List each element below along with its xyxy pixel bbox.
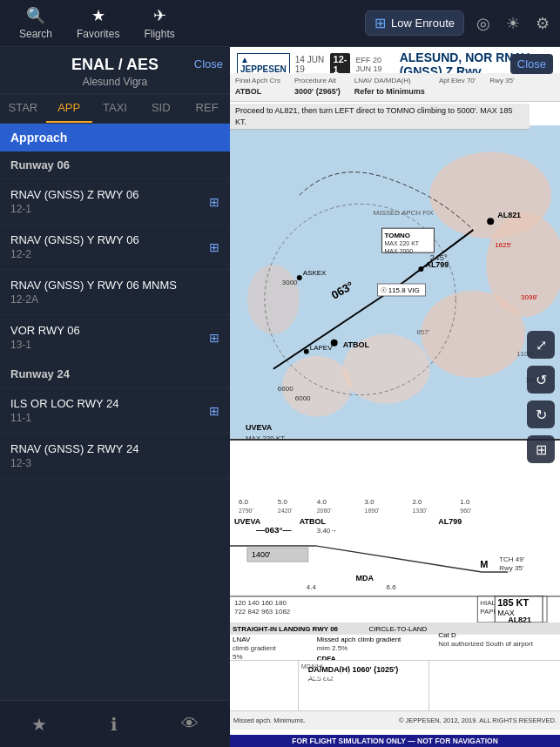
svg-text:722  842  963  1082: 722 842 963 1082 (234, 608, 291, 616)
flights-nav-item[interactable]: ✈ Flights (132, 6, 186, 40)
svg-text:6600: 6600 (278, 385, 293, 393)
svg-text:LAPEV: LAPEV (310, 344, 333, 352)
svg-text:Rwy 35': Rwy 35' (499, 564, 524, 572)
svg-text:PAPI: PAPI (480, 608, 496, 616)
layers-chart-icon[interactable]: ⊞ (527, 435, 555, 463)
rotate-icon[interactable]: ↺ (527, 366, 555, 394)
star-icon[interactable]: ★ (24, 707, 54, 742)
svg-text:6.6: 6.6 (387, 583, 397, 591)
svg-text:960': 960' (460, 508, 471, 514)
svg-text:1.0: 1.0 (460, 498, 470, 506)
svg-text:3.40→: 3.40→ (317, 527, 337, 535)
svg-text:MDA: MDA (356, 574, 374, 582)
info-icon[interactable]: ℹ (104, 707, 125, 742)
item-title: RNAV (GNSS) Y RWY 06 (10, 233, 139, 246)
svg-point-3 (421, 291, 525, 378)
tab-app[interactable]: APP (46, 94, 92, 123)
svg-text:AL799: AL799 (438, 517, 462, 526)
layers-small-icon: ⊞ (209, 404, 219, 418)
svg-text:1400': 1400' (252, 550, 271, 559)
sidebar-close-button[interactable]: Close (194, 57, 223, 71)
svg-line-59 (317, 546, 482, 572)
svg-text:MISSED APCH FIX: MISSED APCH FIX (374, 209, 435, 217)
sidebar-list: Approach Runway 06 RNAV (GNSS) Z RWY 06 … (0, 124, 230, 700)
tab-sid[interactable]: SID (138, 94, 184, 123)
svg-point-25 (418, 266, 423, 272)
refresh-icon[interactable]: ↻ (527, 400, 555, 428)
runway-06-header: Runway 06 (0, 151, 230, 179)
list-item-rnav-y-06-mnms[interactable]: RNAV (GNSS) Y RWY 06 MNMS 12-2A (0, 270, 230, 315)
svg-text:3000: 3000 (282, 279, 298, 286)
item-sub: 12-3 (10, 457, 138, 469)
chart-profile-area: 6.0 5.0 4.0 3.0 2.0 1.0 2790' 2420' 2060… (230, 439, 560, 730)
eye-icon[interactable]: 👁 (174, 707, 206, 741)
svg-text:185 KT: 185 KT (497, 597, 529, 608)
chart-map-svg: ATBOL AL821 TOMNO MAX 220 KT MAX 7000 AS… (230, 125, 560, 439)
tab-ref[interactable]: REF (184, 94, 230, 123)
list-item-ils-24[interactable]: ILS OR LOC RWY 24 11-1 ⊞ (0, 388, 230, 434)
chart-date: 14 JUN 19 (295, 55, 325, 74)
svg-text:ASKEX: ASKEX (303, 269, 327, 277)
list-item-rnav-y-06[interactable]: RNAV (GNSS) Y RWY 06 12-2 ⊞ (0, 225, 230, 270)
svg-text:5.0: 5.0 (278, 498, 288, 506)
layers-icon: ⊞ (374, 15, 386, 31)
svg-text:CIRCLE-TO-LAND: CIRCLE-TO-LAND (369, 625, 428, 633)
svg-text:MAX 220 KT: MAX 220 KT (385, 240, 420, 246)
item-sub: 12-1 (10, 203, 138, 215)
svg-text:MAX 7000: MAX 7000 (385, 248, 414, 254)
flights-label: Flights (144, 28, 174, 40)
svg-text:1690': 1690' (365, 508, 380, 514)
svg-text:UVEVA: UVEVA (246, 423, 273, 432)
favorites-label: Favorites (77, 28, 119, 40)
proc-info-bar: Final Apch CrsATBOL Procedure Alt3000' (… (230, 73, 560, 102)
nav-right: ⊞ Low Enroute ◎ ☀ ⚙ (365, 10, 553, 37)
layers-small-icon: ⊞ (209, 195, 219, 209)
svg-text:mim 2.5%: mim 2.5% (317, 644, 347, 652)
enroute-badge[interactable]: ⊞ Low Enroute (365, 10, 464, 36)
footer-right: © JEPPESEN, 2012, 2019. ALL RIGHTS RESER… (399, 717, 557, 724)
tab-star[interactable]: STAR (0, 94, 46, 123)
missed-apch-text: Proceed to AL821, then turn LEFT direct … (230, 104, 530, 130)
svg-text:climb gradient: climb gradient (233, 644, 276, 652)
svg-text:TCH 49': TCH 49' (499, 555, 524, 563)
location-icon[interactable]: ◎ (473, 10, 494, 37)
settings-icon[interactable]: ⚙ (532, 10, 553, 37)
list-item-rnav-z-24[interactable]: RNAV (GNSS) Z RWY 24 12-3 (0, 434, 230, 479)
chart-close-button[interactable]: Close (510, 54, 553, 74)
enroute-label: Low Enroute (391, 17, 455, 30)
svg-text:ATBOL: ATBOL (343, 340, 370, 349)
sidebar-tabs: STAR APP TAXI SID REF (0, 94, 230, 124)
svg-text:2420': 2420' (278, 508, 293, 514)
svg-text:M: M (480, 559, 488, 569)
tab-taxi[interactable]: TAXI (92, 94, 138, 123)
item-title: RNAV (GNSS) Y RWY 06 MNMS (10, 279, 177, 292)
approach-section-header: Approach (0, 124, 230, 151)
brightness-icon[interactable]: ☀ (503, 10, 523, 37)
item-sub: 13-1 (10, 339, 80, 351)
search-nav-item[interactable]: 🔍 Search (7, 6, 64, 40)
list-item-vor-06[interactable]: VOR RWY 06 13-1 ⊞ (0, 315, 230, 360)
chart-panel: ▲ JEPPESEN 14 JUN 19 12-1 EFF 20 JUN 19 … (230, 47, 560, 747)
favorites-nav-item[interactable]: ★ Favorites (64, 6, 132, 40)
svg-text:2790': 2790' (239, 508, 253, 514)
svg-text:857': 857' (416, 328, 429, 336)
layers-small-icon: ⊞ (209, 331, 219, 345)
svg-point-21 (304, 349, 309, 354)
svg-text:2.0: 2.0 (412, 498, 422, 506)
item-title: RNAV (GNSS) Z RWY 24 (10, 442, 138, 455)
svg-text:3.0: 3.0 (365, 498, 375, 506)
layers-small-icon: ⊞ (209, 240, 219, 254)
favorites-icon: ★ (91, 6, 105, 25)
sidebar-header: ENAL / AES Alesund Vigra Close (0, 47, 230, 94)
warning-text: FOR FLIGHT SIMULATION ONLY — NOT FOR NAV… (292, 737, 498, 745)
runway-24-header: Runway 24 (0, 360, 230, 388)
svg-point-18 (297, 275, 302, 280)
top-nav: 🔍 Search ★ Favorites ✈ Flights ⊞ Low Enr… (0, 0, 560, 47)
airport-name: Alesund Vigra (7, 76, 223, 88)
svg-text:6000: 6000 (295, 394, 311, 402)
item-title: VOR RWY 06 (10, 324, 80, 337)
list-item-rnav-z-06[interactable]: RNAV (GNSS) Z RWY 06 12-1 ⊞ (0, 179, 230, 225)
airport-id: ENAL / AES (7, 56, 223, 74)
expand-icon[interactable]: ⤢ (527, 331, 555, 359)
chart-map-area: ATBOL AL821 TOMNO MAX 220 KT MAX 7000 AS… (230, 125, 560, 439)
